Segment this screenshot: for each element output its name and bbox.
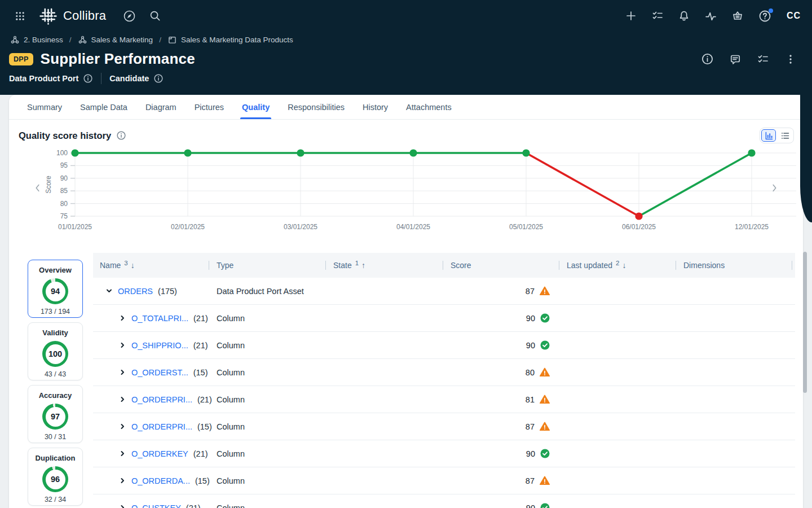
user-avatar[interactable]: CC [787, 11, 801, 21]
chevron-right-icon[interactable] [119, 369, 126, 376]
table-row[interactable]: O_ORDERPRI...(15)Column87 [93, 413, 795, 440]
collibra-logo[interactable]: Collibra [39, 7, 106, 25]
chevron-right-icon[interactable] [119, 504, 126, 508]
plus-icon[interactable] [625, 10, 637, 21]
column-divider [209, 261, 209, 270]
asset-name-link[interactable]: O_ORDERPRI... [131, 395, 192, 404]
chevron-right-icon[interactable] [119, 341, 126, 349]
status-check-icon [540, 503, 550, 508]
chevron-right-icon[interactable] [119, 477, 126, 484]
collapsed-side-widget[interactable] [800, 95, 812, 222]
asset-name-link[interactable]: O_ORDERKEY [131, 449, 188, 458]
search-icon[interactable] [149, 10, 161, 21]
line-chart-canvas: 758085909510001/01/202502/01/202503/01/2… [9, 146, 803, 236]
breadcrumb-separator: / [159, 36, 161, 44]
table-row[interactable]: O_SHIPPRIO...(21)Column90 [93, 332, 795, 359]
scorecard-validity[interactable]: Validity10043 / 43 [28, 322, 83, 380]
info-icon[interactable] [701, 53, 713, 65]
scorecard-label: Accuracy [28, 391, 82, 400]
chart-prev-button[interactable] [33, 183, 43, 195]
score-value: 100 [46, 344, 65, 364]
column-header-state[interactable]: State1↑ [325, 253, 443, 278]
notifications-icon[interactable] [678, 10, 690, 21]
asset-type: Column [209, 341, 325, 350]
help-icon[interactable] [758, 10, 771, 23]
tab-pictures[interactable]: Pictures [186, 95, 233, 119]
scorecard-duplication[interactable]: Duplication9632 / 34 [28, 448, 83, 506]
table-scrollbar[interactable] [803, 252, 807, 393]
status-warning-icon [540, 286, 550, 296]
chart-info-icon[interactable] [116, 130, 126, 141]
chart-next-button[interactable] [769, 183, 779, 195]
chevron-right-icon[interactable] [119, 423, 126, 430]
column-header-dimensions[interactable]: Dimensions [676, 253, 792, 278]
status-check-icon [540, 340, 550, 350]
svg-text:12/01/2025: 12/01/2025 [735, 223, 769, 231]
list-view-button[interactable] [778, 129, 792, 142]
tasks-icon[interactable] [652, 10, 663, 21]
asset-name-link[interactable]: ORDERS [118, 287, 153, 296]
scorecard-overview[interactable]: Overview94173 / 194 [28, 260, 83, 318]
svg-text:85: 85 [60, 187, 68, 195]
chart-view-button[interactable] [761, 129, 776, 142]
asset-name-link[interactable]: O_ORDERPRI... [131, 422, 192, 431]
chevron-right-icon[interactable] [119, 450, 126, 457]
tab-sample-data[interactable]: Sample Data [71, 95, 136, 119]
apps-grid-icon[interactable] [15, 11, 25, 21]
column-header-score[interactable]: Score [443, 253, 559, 278]
basket-icon[interactable] [732, 10, 743, 21]
tab-responsibilities[interactable]: Responsibilities [279, 95, 354, 119]
table-row[interactable]: O_ORDERDA...(15)Column87 [93, 467, 795, 494]
status-check-icon [540, 313, 550, 323]
tab-quality[interactable]: Quality [233, 95, 279, 119]
meta-divider [101, 73, 102, 84]
tab-diagram[interactable]: Diagram [136, 95, 186, 119]
asset-child-count: (15) [193, 368, 208, 377]
breadcrumb-item[interactable]: Sales & Marketing [78, 35, 153, 45]
scorecard-accuracy[interactable]: Accuracy9730 / 31 [28, 385, 83, 443]
compass-icon[interactable] [123, 10, 136, 23]
chevron-right-icon[interactable] [119, 396, 126, 403]
asset-child-count: (175) [158, 287, 177, 296]
column-label: State [333, 261, 352, 270]
table-row[interactable]: O_ORDERPRI...(21)Column81 [93, 386, 795, 413]
breadcrumb-label: 2. Business [24, 36, 63, 44]
kebab-icon[interactable] [785, 54, 796, 65]
asset-name-link[interactable]: O_ORDERDA... [131, 476, 190, 485]
column-header-name[interactable]: Name3↓ [93, 253, 209, 278]
help-badge-dot [769, 8, 773, 13]
breadcrumb-item[interactable]: Sales & Marketing Data Products [167, 35, 293, 45]
asset-type-info-icon[interactable] [83, 73, 93, 84]
comment-icon[interactable] [730, 54, 741, 65]
svg-text:Score: Score [45, 176, 52, 194]
table-row[interactable]: O_ORDERST...(15)Column80 [93, 359, 795, 386]
table-row[interactable]: ORDERS(175)Data Product Port Asset87 [93, 278, 795, 305]
tab-summary[interactable]: Summary [18, 95, 71, 119]
main-content-card: SummarySample DataDiagramPicturesQuality… [9, 95, 803, 508]
chevron-right-icon[interactable] [119, 314, 126, 322]
activity-icon[interactable] [705, 10, 717, 22]
status-check-icon [540, 449, 550, 458]
chevron-down-icon[interactable] [105, 287, 113, 295]
status-info-icon[interactable] [153, 73, 164, 84]
column-header-last-updated[interactable]: Last updated2↓ [559, 253, 676, 278]
score-ring: 96 [42, 466, 68, 492]
table-row[interactable]: O_ORDERKEY(21)Column90 [93, 440, 795, 467]
column-divider [676, 261, 676, 270]
asset-name-link[interactable]: O_CUSTKEY [131, 503, 181, 508]
scorecard-label: Validity [28, 329, 82, 337]
asset-name-link[interactable]: O_ORDERST... [131, 368, 188, 377]
asset-name-link[interactable]: O_TOTALPRI... [131, 314, 188, 323]
checklist-icon[interactable] [757, 54, 769, 65]
tab-history[interactable]: History [354, 95, 397, 119]
table-row[interactable]: O_TOTALPRI...(21)Column90 [93, 305, 795, 332]
score-ring: 100 [42, 341, 68, 367]
breadcrumb-item[interactable]: 2. Business [10, 35, 63, 45]
table-row[interactable]: O_CUSTKEY(21)Column90 [93, 494, 795, 508]
scorecard-ratio: 30 / 31 [28, 433, 82, 441]
column-header-type[interactable]: Type [209, 253, 325, 278]
community-icon [78, 35, 87, 45]
asset-score: 80 [526, 368, 535, 377]
tab-attachments[interactable]: Attachments [397, 95, 461, 119]
asset-name-link[interactable]: O_SHIPPRIO... [131, 341, 188, 350]
